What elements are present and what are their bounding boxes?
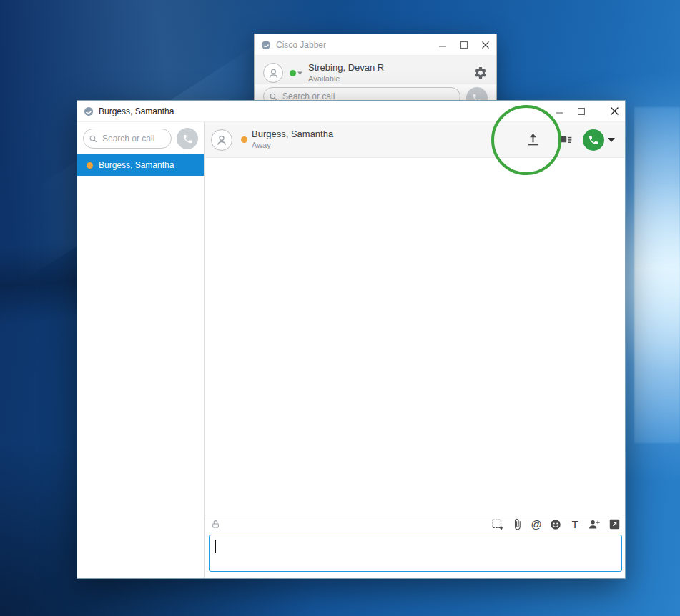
desktop: Cisco Jabber Strebing, Devan R Available [0,0,680,616]
profile-name: Strebing, Devan R [308,63,384,74]
message-input[interactable] [209,535,622,572]
minimize-button[interactable] [432,34,453,55]
contact-name: Burgess, Samantha [252,129,333,140]
profile-status: Available [308,74,384,84]
wallpaper-glow [634,107,680,443]
call-button[interactable] [583,129,604,151]
text-format-icon[interactable]: T [568,518,581,530]
close-button[interactable] [475,34,496,55]
call-options-chevron-icon[interactable] [608,138,615,142]
main-window-title: Cisco Jabber [276,40,326,50]
profile-avatar[interactable] [263,63,283,83]
maximize-button[interactable] [453,34,475,55]
presence-chevron-icon [297,71,302,75]
maximize-button[interactable] [571,101,592,121]
screen-share-icon[interactable] [525,131,541,148]
chat-window-titlebar: Burgess, Samantha [77,101,625,122]
presence-away-dot [241,136,247,143]
chat-window-controls [549,101,625,121]
compose-area [205,533,625,578]
presence-available-dot [290,70,296,76]
conversation-sidebar: Burgess, Samantha [77,122,205,578]
call-button[interactable] [177,128,198,149]
search-icon [89,134,98,146]
conversation-name: Burgess, Samantha [99,160,174,170]
secure-lock-icon [211,520,220,529]
contact-status: Away [252,141,333,150]
presence-away-dot [87,162,93,169]
compose-toolbar: @ T [205,515,625,533]
sidebar-search-row [83,128,198,149]
close-button[interactable] [603,101,625,121]
presence-control[interactable] [290,70,302,76]
contact-avatar[interactable] [211,129,232,151]
chat-window-title: Burgess, Samantha [99,106,174,116]
chat-window: Burgess, Samantha Burge [77,100,626,579]
attachment-icon[interactable] [511,518,523,530]
chat-main-area: Burgess, Samantha Away [205,122,625,578]
add-participant-icon[interactable] [588,517,601,531]
text-caret [215,540,216,553]
message-history [205,158,625,515]
video-call-icon[interactable] [558,133,573,147]
emoji-icon[interactable] [549,518,562,531]
main-window-controls [432,34,496,55]
jabber-logo-icon [84,106,94,116]
chat-header: Burgess, Samantha Away [205,122,625,158]
main-window-titlebar: Cisco Jabber [255,34,496,56]
jabber-logo-icon [261,40,271,50]
popout-chat-icon[interactable] [608,518,621,530]
screen-capture-icon[interactable] [491,518,504,531]
minimize-button[interactable] [549,101,571,121]
settings-gear-icon[interactable] [473,66,488,80]
mention-icon[interactable]: @ [530,518,543,530]
conversation-list-item[interactable]: Burgess, Samantha [77,154,204,176]
conversation-list: Burgess, Samantha [77,154,204,578]
